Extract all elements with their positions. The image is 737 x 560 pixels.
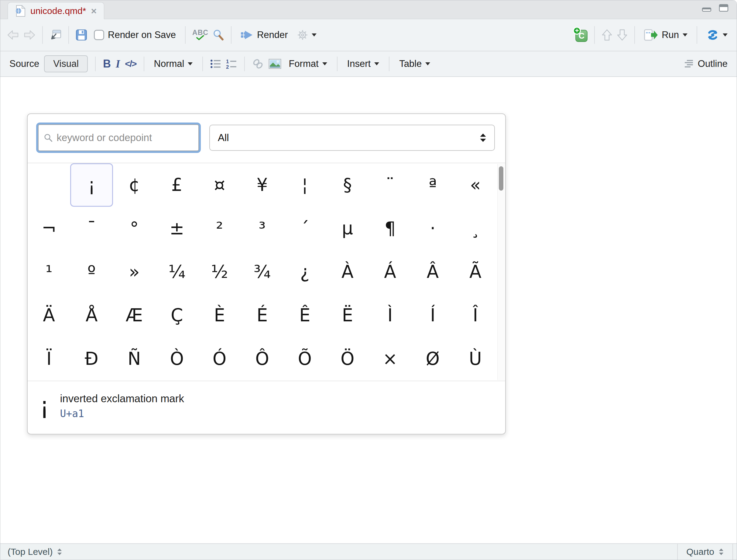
char-cell[interactable]: Å — [70, 294, 113, 337]
char-cell[interactable]: ° — [113, 207, 156, 250]
rerun-button[interactable] — [704, 27, 730, 43]
grid-scrollbar[interactable] — [497, 164, 504, 380]
save-icon[interactable] — [76, 29, 87, 41]
outline-toggle[interactable]: Outline — [684, 58, 728, 69]
char-cell[interactable]: ³ — [241, 207, 284, 250]
char-cell[interactable]: ¸ — [454, 207, 497, 250]
char-cell[interactable]: ¦ — [284, 163, 326, 207]
char-cell[interactable]: ¢ — [113, 163, 156, 207]
char-cell[interactable]: ¿ — [284, 250, 326, 294]
char-cell[interactable]: Ò — [156, 337, 198, 381]
numbered-list-icon[interactable]: 12 — [226, 59, 237, 69]
char-cell[interactable]: ¬ — [28, 207, 70, 250]
char-cell[interactable]: Ï — [28, 337, 70, 381]
char-cell[interactable]: Ç — [156, 294, 198, 337]
char-cell[interactable]: · — [411, 207, 454, 250]
separator — [42, 26, 43, 44]
char-cell[interactable]: Ä — [28, 294, 70, 337]
char-cell[interactable]: À — [326, 250, 369, 294]
render-options-button[interactable] — [295, 28, 319, 42]
find-icon[interactable] — [213, 29, 224, 41]
char-cell[interactable]: º — [70, 250, 113, 294]
next-chunk-icon[interactable] — [617, 29, 628, 41]
editor-tab-unicode-qmd[interactable]: unicode.qmd* × — [8, 2, 104, 19]
separator — [337, 57, 338, 71]
char-cell[interactable]: Ì — [369, 294, 411, 337]
visual-mode-button[interactable]: Visual — [44, 55, 88, 72]
char-cell[interactable]: Ã — [454, 250, 497, 294]
character-search-input[interactable] — [57, 132, 193, 143]
char-cell[interactable]: » — [113, 250, 156, 294]
file-type-spinner-icon — [718, 548, 724, 556]
char-cell[interactable]: Ë — [326, 294, 369, 337]
char-cell[interactable]: µ — [326, 207, 369, 250]
char-cell[interactable]: ¶ — [369, 207, 411, 250]
char-cell[interactable]: ¾ — [241, 250, 284, 294]
char-cell[interactable]: Õ — [284, 337, 326, 381]
insert-menu[interactable]: Insert — [345, 57, 382, 71]
char-cell[interactable]: Ö — [326, 337, 369, 381]
bullet-list-icon[interactable] — [210, 59, 221, 69]
render-on-save-toggle[interactable]: Render on Save — [91, 28, 178, 42]
char-cell[interactable]: ± — [156, 207, 198, 250]
char-cell[interactable]: × — [369, 337, 411, 381]
char-cell[interactable]: ¨ — [369, 163, 411, 207]
minimize-pane-icon[interactable] — [701, 4, 712, 12]
char-cell[interactable]: ¤ — [198, 163, 241, 207]
char-cell[interactable]: Ñ — [113, 337, 156, 381]
previous-chunk-icon[interactable] — [601, 29, 612, 41]
image-icon[interactable] — [269, 59, 281, 69]
char-cell[interactable]: Â — [411, 250, 454, 294]
tab-title: unicode.qmd* — [30, 6, 86, 16]
italic-button[interactable]: I — [116, 57, 120, 70]
render-button[interactable]: Render — [238, 28, 291, 42]
grid-scrollbar-thumb[interactable] — [499, 166, 503, 191]
format-menu[interactable]: Format — [286, 57, 329, 71]
char-cell[interactable]: ª — [411, 163, 454, 207]
char-cell[interactable]: ¥ — [241, 163, 284, 207]
source-mode-button[interactable]: Source — [9, 58, 39, 69]
insert-code-chunk-icon[interactable]: C + — [573, 28, 587, 42]
char-cell[interactable]: Ó — [198, 337, 241, 381]
char-cell[interactable]: Ê — [284, 294, 326, 337]
editor-content[interactable]: All ¡¢£¤¥¦§¨ª«¬¯°±²³´µ¶·¸¹º»¼½¾¿ÀÁÂÃÄÅÆÇ… — [0, 77, 737, 543]
char-cell[interactable]: Í — [411, 294, 454, 337]
char-cell[interactable]: É — [241, 294, 284, 337]
maximize-pane-icon[interactable] — [718, 4, 729, 12]
open-in-new-window-icon[interactable] — [50, 29, 62, 41]
char-cell[interactable]: ¯ — [70, 207, 113, 250]
scope-selector[interactable]: (Top Level) — [0, 544, 677, 560]
code-button[interactable]: </> — [125, 59, 136, 69]
character-block-select[interactable]: All — [209, 125, 495, 151]
char-cell[interactable]: £ — [156, 163, 198, 207]
char-cell[interactable]: « — [454, 163, 497, 207]
paragraph-style-dropdown[interactable]: Normal — [152, 57, 195, 71]
run-button[interactable]: Run — [642, 27, 690, 43]
char-cell[interactable]: Ô — [241, 337, 284, 381]
char-cell[interactable]: Ð — [70, 337, 113, 381]
character-block-value: All — [218, 132, 229, 143]
char-cell[interactable]: ¼ — [156, 250, 198, 294]
char-cell[interactable]: ² — [198, 207, 241, 250]
spellcheck-icon[interactable]: ABC — [192, 30, 208, 40]
char-cell[interactable]: È — [198, 294, 241, 337]
char-cell[interactable]: Ø — [411, 337, 454, 381]
char-cell[interactable]: ´ — [284, 207, 326, 250]
render-on-save-checkbox[interactable] — [94, 30, 104, 40]
char-cell[interactable] — [28, 163, 70, 207]
char-cell[interactable]: ¡ — [70, 163, 113, 207]
char-cell[interactable]: Î — [454, 294, 497, 337]
char-cell[interactable]: ½ — [198, 250, 241, 294]
forward-icon[interactable] — [23, 30, 36, 40]
bold-button[interactable]: B — [103, 57, 111, 70]
char-cell[interactable]: § — [326, 163, 369, 207]
file-type-selector[interactable]: Quarto — [677, 544, 733, 560]
char-cell[interactable]: Á — [369, 250, 411, 294]
char-cell[interactable]: Ù — [454, 337, 497, 381]
char-cell[interactable]: ¹ — [28, 250, 70, 294]
table-menu[interactable]: Table — [397, 57, 432, 71]
link-icon[interactable] — [252, 58, 264, 70]
back-icon[interactable] — [7, 30, 19, 40]
tab-close-icon[interactable]: × — [91, 6, 97, 16]
char-cell[interactable]: Æ — [113, 294, 156, 337]
